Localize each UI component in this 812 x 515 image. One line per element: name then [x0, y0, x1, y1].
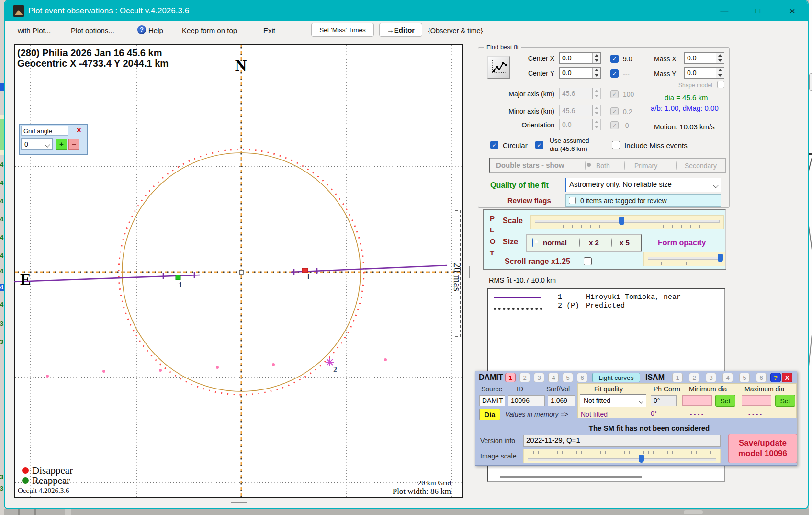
form-scrollbar-thumb[interactable] [469, 266, 470, 278]
ph-corrn-header: Ph Corrn [654, 385, 680, 393]
close-panel-button[interactable]: X [782, 373, 792, 382]
circular-checkbox[interactable] [490, 141, 498, 149]
rms-fit-text: RMS fit -10.7 ±0.0 km [489, 276, 556, 284]
motion-text: Motion: 10.03 km/s [654, 123, 715, 131]
menu-with-plot[interactable]: with Plot... [18, 25, 51, 36]
center-y-label: Center Y [516, 69, 554, 77]
isam-model-3-button[interactable]: 3 [706, 373, 716, 382]
scale-slider[interactable] [530, 215, 724, 229]
fit-y-value: --- [623, 70, 630, 78]
chord1-label: 1 [179, 281, 182, 289]
chevron-down-icon [638, 398, 643, 403]
grid-angle-plus-button[interactable]: + [56, 139, 67, 150]
reappear-point[interactable] [176, 275, 180, 280]
use-assumed-checkbox[interactable] [535, 141, 543, 149]
editor-button[interactable]: →Editor [379, 23, 422, 37]
chord-2-marker[interactable] [326, 358, 334, 366]
sm-fit-notice: The SM fit has not been considered [577, 424, 721, 432]
damit-model-1-button[interactable]: 1 [505, 373, 516, 382]
major-axis-spinner: 45.6 [559, 88, 601, 99]
center-y-spinner[interactable]: 0.0 [559, 67, 601, 79]
shape-model-checkbox[interactable] [717, 81, 724, 88]
major-axis-pct: 100 [623, 91, 634, 98]
max-dia-set-button[interactable]: Set [775, 395, 795, 407]
min-dia-set-button[interactable]: Set [715, 395, 735, 407]
grid-angle-close-icon[interactable]: × [74, 126, 84, 135]
min-dia-field[interactable] [682, 395, 712, 406]
grid-angle-title: Grid angle [21, 126, 68, 136]
minor-axis-checkbox [610, 107, 619, 115]
dia-button[interactable]: Dia [479, 409, 500, 420]
isam-model-2-button[interactable]: 2 [689, 373, 699, 382]
mass-x-label: Mass X [654, 55, 677, 63]
light-curves-button[interactable]: Light curves [592, 373, 640, 382]
damit-model-6-button[interactable]: 6 [577, 373, 587, 382]
observer-time-label: {Observer & time} [428, 25, 483, 36]
isam-model-1-button[interactable]: 1 [672, 373, 683, 382]
values-in-memory-label: Values in memory => [505, 411, 568, 418]
version-info-value: 2022-11-29, Q=1 [523, 435, 721, 447]
size-x2-radio[interactable] [579, 238, 580, 247]
save-update-button[interactable]: Save/update model 10096 [728, 434, 797, 463]
review-flags-checkbox[interactable] [569, 197, 576, 204]
mass-y-label: Mass Y [654, 70, 676, 78]
scroll-range-checkbox[interactable] [584, 257, 592, 265]
grid-angle-minus-button[interactable]: − [68, 139, 79, 150]
screen: { "window": { "title": "Plot event obser… [0, 0, 812, 515]
damit-model-4-button[interactable]: 4 [548, 373, 559, 382]
size-radio-group: normal x 2 x 5 [526, 234, 642, 252]
fit-quality-dropdown[interactable]: Not fitted [580, 394, 646, 407]
occultation-plot[interactable]: 20 mas 1 1 2 (280) Phili [14, 44, 463, 498]
damit-model-2-button[interactable]: 2 [519, 373, 530, 382]
title-bar[interactable]: Plot event observations : Occult v.4.202… [5, 1, 808, 21]
menu-plot-options[interactable]: Plot options... [71, 25, 114, 36]
plot-letter: L [490, 226, 494, 234]
center-x-spinner[interactable]: 0.0 [559, 52, 601, 64]
circular-label: Circular [503, 141, 528, 149]
isam-model-4-button[interactable]: 4 [722, 373, 733, 382]
help-icon[interactable]: ? [137, 25, 146, 34]
form-opacity-slider[interactable] [643, 252, 725, 266]
chord2-label: 2 [333, 366, 337, 374]
menu-keep-on-top[interactable]: Keep form on top [182, 25, 237, 36]
include-miss-checkbox[interactable] [612, 141, 620, 149]
mass-x-spinner[interactable]: 0.0 [684, 52, 724, 64]
minimize-button[interactable]: — [717, 5, 732, 17]
dotted-line-swatch [494, 305, 542, 310]
damit-model-5-button[interactable]: 5 [563, 373, 573, 382]
size-x5-radio[interactable] [611, 238, 612, 247]
list-hscrollbar-thumb[interactable] [500, 476, 642, 478]
scroll-range-label: Scroll range x1.25 [505, 257, 570, 266]
maximize-button[interactable]: □ [751, 5, 765, 17]
id-header: ID [517, 385, 523, 393]
min-dia-header: Minimum dia [689, 385, 727, 393]
form-opacity-label: Form opacity [658, 239, 706, 247]
background-app-right [809, 0, 812, 515]
mass-y-spinner[interactable]: 0.0 [684, 67, 724, 79]
review-flags-label: Review flags [508, 196, 551, 205]
disappear-point[interactable] [302, 268, 308, 273]
menu-help[interactable]: Help [148, 25, 163, 36]
dia-text: dia = 45.6 km [665, 93, 708, 102]
quality-dropdown[interactable]: Astrometry only. No reliable size [565, 178, 721, 192]
north-label: N [235, 57, 247, 74]
help-button[interactable]: ? [770, 373, 781, 382]
close-button[interactable]: × [785, 5, 800, 17]
fit-x-checkbox[interactable] [610, 55, 619, 63]
grid-angle-select[interactable]: 0 [21, 138, 53, 150]
size-normal-radio[interactable] [532, 238, 533, 247]
plot-border [15, 45, 463, 497]
menu-exit[interactable]: Exit [263, 25, 275, 36]
quality-label: Quality of the fit [490, 181, 549, 190]
isam-model-5-button[interactable]: 5 [739, 373, 750, 382]
chord1-number: 1 [558, 293, 562, 301]
max-dia-field[interactable] [742, 395, 771, 406]
form-hscrollbar-thumb[interactable] [231, 502, 247, 503]
isam-model-6-button[interactable]: 6 [756, 373, 767, 382]
image-scale-slider[interactable] [523, 449, 721, 463]
set-miss-times-button[interactable]: Set 'Miss' Times [311, 23, 374, 37]
fit-y-checkbox[interactable] [610, 69, 619, 78]
damit-model-3-button[interactable]: 3 [534, 373, 544, 382]
window-title: Plot event observations : Occult v.4.202… [28, 6, 189, 16]
run-fit-button[interactable] [487, 56, 510, 79]
